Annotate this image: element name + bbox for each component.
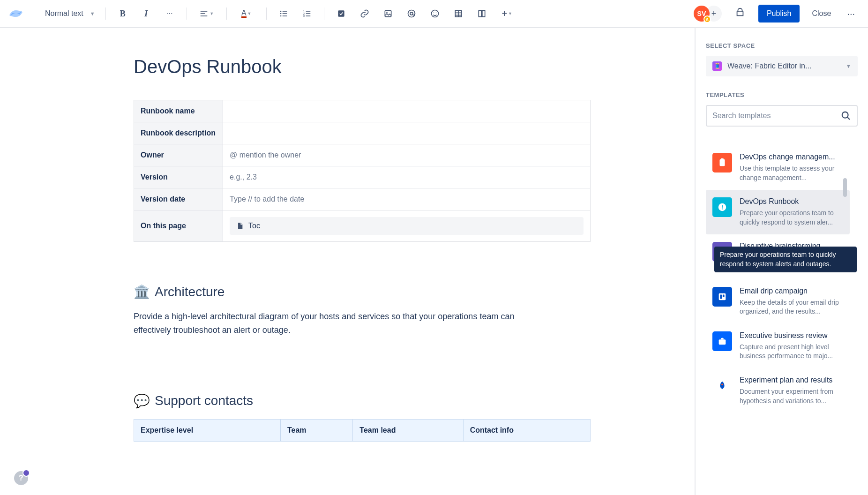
emoji-button[interactable] (427, 5, 443, 22)
numbered-list-button[interactable]: 123 (299, 5, 315, 22)
svg-point-0 (280, 11, 282, 12)
action-item-button[interactable] (333, 5, 350, 22)
svg-point-13 (435, 13, 436, 14)
template-description: Capture and present high level business … (740, 343, 843, 361)
help-button[interactable]: ? (14, 471, 28, 485)
svg-rect-19 (721, 158, 724, 160)
user-avatar[interactable]: SV s (694, 6, 710, 22)
svg-rect-26 (719, 339, 726, 345)
publish-button[interactable]: Publish (758, 5, 800, 22)
svg-point-2 (280, 15, 282, 17)
chevron-down-icon: ▼ (210, 11, 214, 16)
chevron-down-icon: ▼ (247, 11, 252, 16)
meta-table-label[interactable]: Runbook name (134, 100, 223, 122)
briefcase-icon (712, 331, 732, 351)
svg-point-10 (410, 12, 413, 15)
meta-table-label[interactable]: Version (134, 166, 223, 188)
meta-table-value[interactable]: Type // to add the date (223, 188, 591, 210)
layouts-button[interactable] (473, 5, 490, 22)
image-button[interactable] (380, 5, 397, 22)
template-title: Experiment plan and results (740, 376, 843, 384)
template-item[interactable]: Executive business reviewCapture and pre… (706, 324, 850, 368)
meta-table-value[interactable] (223, 122, 591, 144)
runbook-meta-table[interactable]: Runbook nameRunbook descriptionOwner@ me… (134, 100, 591, 242)
svg-rect-21 (722, 205, 723, 208)
svg-point-27 (721, 383, 723, 385)
template-item[interactable]: DevOps RunbookPrepare your operations te… (706, 190, 850, 234)
meta-table-label[interactable]: Owner (134, 144, 223, 166)
svg-rect-6 (338, 10, 344, 16)
space-selector[interactable]: 🧵 Weave: Fabric Editor in... ▼ (706, 56, 858, 76)
more-actions-button[interactable]: ··· (843, 5, 859, 23)
link-button[interactable] (356, 5, 373, 22)
trello-icon (712, 287, 732, 307)
meta-table-value[interactable] (223, 100, 591, 122)
bank-icon: 🏛️ (134, 284, 150, 300)
meta-table-label[interactable]: On this page (134, 210, 223, 242)
restrictions-button[interactable] (735, 7, 745, 20)
table-header[interactable]: Team lead (353, 419, 463, 441)
space-icon: 🧵 (712, 61, 722, 71)
avatar-status-badge: s (703, 15, 711, 23)
bold-button[interactable]: B (114, 5, 131, 22)
template-list: DevOps change managem...Use this templat… (706, 145, 850, 413)
template-item[interactable]: Email drip campaignKeep the details of y… (706, 279, 850, 324)
editor-canvas[interactable]: DevOps Runbook Runbook nameRunbook descr… (0, 28, 695, 495)
meta-table-label[interactable]: Version date (134, 188, 223, 210)
svg-point-9 (408, 10, 415, 17)
svg-rect-25 (723, 294, 725, 297)
select-space-label: SELECT SPACE (706, 42, 858, 49)
clipboard-icon (712, 153, 732, 172)
more-formatting-button[interactable]: ··· (161, 5, 178, 22)
scrollbar-thumb[interactable] (843, 178, 847, 197)
template-search-input[interactable] (712, 112, 841, 120)
template-search[interactable] (706, 105, 858, 127)
text-style-dropdown[interactable]: Normal text ▼ (43, 7, 97, 21)
insert-dropdown[interactable]: + ▼ (497, 5, 517, 22)
template-title: DevOps Runbook (740, 197, 843, 206)
toc-macro[interactable]: Toc (230, 217, 584, 235)
mention-button[interactable] (403, 5, 420, 22)
meta-table-value[interactable]: e.g., 2.3 (223, 166, 591, 188)
table-header[interactable]: Expertise level (134, 419, 281, 441)
support-contacts-table[interactable]: Expertise levelTeamTeam leadContact info (134, 419, 591, 442)
page-title[interactable]: DevOps Runbook (134, 56, 554, 77)
text-color-dropdown[interactable]: A ▼ (235, 5, 258, 22)
template-title: Email drip campaign (740, 287, 843, 295)
align-dropdown[interactable]: ▼ (195, 5, 218, 22)
architecture-heading[interactable]: 🏛️ Architecture (134, 284, 554, 300)
italic-button[interactable]: I (138, 5, 155, 22)
template-description: Use this template to assess your change … (740, 164, 843, 182)
bullet-list-button[interactable] (275, 5, 292, 22)
svg-rect-24 (720, 294, 722, 299)
file-icon (236, 222, 244, 230)
meta-table-label[interactable]: Runbook description (134, 122, 223, 144)
table-header[interactable]: Contact info (463, 419, 590, 441)
chevron-down-icon: ▼ (846, 63, 851, 69)
search-icon (841, 111, 851, 121)
svg-rect-15 (479, 10, 481, 16)
template-title: DevOps change managem... (740, 153, 843, 161)
table-header[interactable]: Team (280, 419, 352, 441)
support-contacts-heading[interactable]: 💬 Support contacts (134, 393, 554, 409)
meta-table-value[interactable]: Toc (223, 210, 591, 242)
template-description: Prepare your operations team to quickly … (740, 209, 843, 227)
svg-point-8 (386, 12, 388, 13)
svg-text:3: 3 (303, 15, 304, 17)
rocket-icon (712, 376, 732, 396)
architecture-description[interactable]: Provide a high-level architectural diagr… (134, 310, 546, 337)
templates-label: TEMPLATES (706, 91, 858, 98)
templates-sidebar: SELECT SPACE 🧵 Weave: Fabric Editor in..… (695, 28, 868, 495)
table-button[interactable] (450, 5, 467, 22)
speech-icon: 💬 (134, 393, 150, 409)
confluence-logo (9, 7, 22, 20)
svg-rect-16 (482, 10, 485, 16)
template-item[interactable]: DevOps change managem...Use this templat… (706, 145, 850, 190)
svg-point-12 (433, 13, 434, 14)
close-button[interactable]: Close (806, 6, 837, 22)
template-item[interactable]: Experiment plan and resultsDocument your… (706, 368, 850, 413)
meta-table-value[interactable]: @ mention the owner (223, 144, 591, 166)
alert-icon (712, 197, 732, 217)
svg-rect-7 (385, 10, 391, 16)
chevron-down-icon: ▼ (508, 11, 512, 16)
